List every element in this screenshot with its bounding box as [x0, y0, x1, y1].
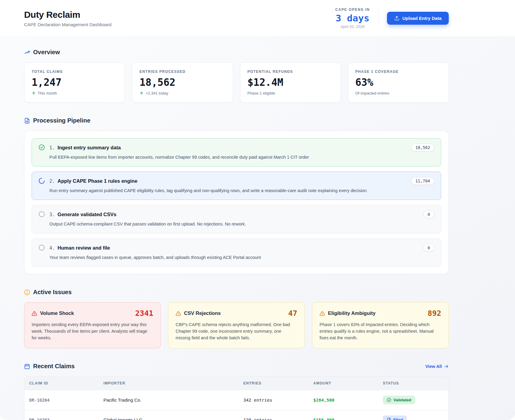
step-count-badge: 0 [423, 244, 434, 252]
header-right: CAPE OPENS IN 3 days April 20, 2026 Uplo… [335, 8, 449, 29]
step-title: Human review and file [58, 245, 110, 251]
arrow-up-icon [139, 91, 144, 95]
table-header-row: CLAIM ID IMPORTER ENTRIES AMOUNT STATUS [24, 377, 448, 390]
stat-value: 18,562 [139, 76, 225, 88]
claim-amount: $284,500 [308, 392, 378, 408]
step-title: Apply CAPE Phase 1 rules engine [58, 178, 137, 184]
issue-count: 2341 [135, 309, 153, 318]
claim-id: DR-10284 [24, 392, 98, 408]
issue-description: CBP's CAPE schema rejects anything malfo… [176, 322, 297, 341]
stat-label: POTENTIAL REFUNDS [248, 70, 333, 74]
empty-circle-icon [39, 210, 45, 227]
pipeline-step-3: 3. Generate validated CSVs 0 Output CAPE… [32, 205, 441, 233]
header: Duty Reclaim CAPE Declaration Management… [0, 0, 515, 37]
active-issues-heading: Active Issues [33, 289, 72, 296]
arrow-right-icon [444, 364, 449, 369]
view-all-label: View All [425, 364, 442, 369]
step-number: 4. [49, 245, 55, 251]
step-number: 2. [49, 179, 55, 184]
overview-heading: Overview [33, 49, 60, 56]
countdown-date: April 20, 2026 [335, 24, 370, 29]
table-row[interactable]: DR-10283 Global Imports LLC 128 entries … [24, 410, 448, 420]
step-description: Pull EEPA-exposed line items from import… [49, 154, 434, 160]
pipeline-heading: Processing Pipeline [33, 117, 90, 124]
header-titles: Duty Reclaim CAPE Declaration Management… [24, 10, 111, 27]
recent-claims-section: Recent Claims View All CLAIM ID IMPORTER… [24, 363, 449, 420]
step-count-badge: 0 [423, 210, 434, 218]
stat-card-potential-refunds: POTENTIAL REFUNDS $12.4M Phase 1 eligibl… [240, 62, 341, 103]
column-header-amount: AMOUNT [308, 377, 378, 390]
step-description: Your team reviews flagged cases in queue… [49, 254, 434, 261]
claim-importer: Pacific Trading Co. [98, 392, 239, 408]
status-label: Validated [393, 398, 411, 402]
stat-label: TOTAL CLAIMS [32, 70, 117, 74]
column-header-entries: ENTRIES [239, 377, 308, 390]
issue-title: Volume Shock [40, 310, 132, 316]
stat-grid: TOTAL CLAIMS 1,247 This month ENTRIES PR… [24, 62, 449, 103]
upload-icon [394, 16, 399, 21]
page-title: Duty Reclaim [24, 10, 111, 20]
warning-triangle-icon [32, 311, 37, 316]
step-number: 3. [49, 212, 55, 217]
stat-value: 1,247 [32, 76, 117, 88]
stat-card-phase1-coverage: PHASE 1 COVERAGE 63% Of impacted entries [348, 62, 449, 103]
overview-section: Overview TOTAL CLAIMS 1,247 This month E… [24, 49, 449, 103]
step-title: Generate validated CSVs [58, 212, 116, 217]
page-subtitle: CAPE Declaration Management Dashboard [24, 22, 111, 27]
column-header-importer: IMPORTER [98, 377, 239, 390]
stat-card-total-claims: TOTAL CLAIMS 1,247 This month [24, 62, 125, 103]
pipeline-step-1: 1. Ingest entry summary data 18,562 Pull… [32, 138, 441, 166]
check-circle-icon [39, 144, 45, 160]
stat-card-entries-processed: ENTRIES PROCESSED 18,562 +2,341 today [132, 62, 233, 103]
stat-value: $12.4M [248, 76, 333, 88]
issue-title: CSV Rejections [184, 310, 285, 316]
status-badge: Filed [383, 415, 407, 420]
pipeline-step-2: 2. Apply CAPE Phase 1 rules engine 11,70… [32, 172, 441, 200]
stat-subtext: Phase 1 eligible [248, 91, 275, 95]
step-number: 1. [49, 145, 55, 151]
cape-countdown: CAPE OPENS IN 3 days April 20, 2026 [335, 8, 370, 29]
issue-card-volume-shock: Volume Shock 2341 Importers sending ever… [24, 302, 161, 348]
column-header-status: STATUS [378, 377, 448, 390]
stat-subtext: Of impacted entries [355, 91, 389, 95]
stat-subtext: +2,341 today [145, 91, 168, 95]
issue-count: 47 [288, 309, 297, 318]
page: Duty Reclaim CAPE Declaration Management… [0, 0, 515, 420]
issue-count: 892 [428, 309, 441, 318]
table-row[interactable]: DR-10284 Pacific Trading Co. 342 entries… [24, 390, 448, 410]
pipeline-step-4: 4. Human review and file 0 Your team rev… [32, 238, 441, 267]
issue-description: Phase 1 covers 63% of impacted entries. … [320, 322, 441, 341]
countdown-label: CAPE OPENS IN [335, 8, 370, 12]
stat-label: PHASE 1 COVERAGE [355, 70, 441, 74]
step-description: Output CAPE-schema-compliant CSV that pa… [49, 221, 434, 227]
step-title: Ingest entry summary data [58, 145, 121, 151]
pipeline-section: Processing Pipeline 1. Ingest entry summ… [24, 117, 449, 274]
step-count-badge: 11,704 [411, 177, 434, 185]
claim-amount: $156,300 [308, 412, 378, 420]
upload-button-label: Upload Entry Data [402, 16, 442, 21]
calendar-icon [24, 363, 30, 369]
status-badge: Validated [383, 396, 415, 404]
header-divider [378, 10, 379, 26]
file-text-icon [24, 118, 30, 124]
spinner-icon [39, 177, 45, 194]
step-count-badge: 18,562 [411, 144, 434, 151]
status-label: Filed [393, 418, 403, 420]
check-circle-icon [387, 398, 391, 402]
claim-id: DR-10283 [24, 412, 98, 420]
arrow-up-icon [32, 91, 36, 95]
active-issues-section: Active Issues Volume Shock 2341 Importer… [24, 289, 449, 348]
stat-value: 63% [355, 76, 441, 88]
claim-entries: 342 entries [239, 392, 308, 408]
recent-claims-heading: Recent Claims [33, 363, 75, 370]
warning-triangle-icon [176, 311, 181, 316]
warning-triangle-icon [320, 311, 325, 316]
view-all-link[interactable]: View All [425, 364, 449, 369]
pipeline-card: 1. Ingest entry summary data 18,562 Pull… [24, 131, 449, 274]
column-header-claim-id: CLAIM ID [24, 377, 98, 390]
alert-circle-icon [24, 289, 30, 295]
file-icon [387, 418, 391, 420]
claim-entries: 128 entries [239, 412, 308, 420]
upload-entry-data-button[interactable]: Upload Entry Data [387, 12, 449, 25]
stat-subtext: This month [38, 91, 57, 95]
